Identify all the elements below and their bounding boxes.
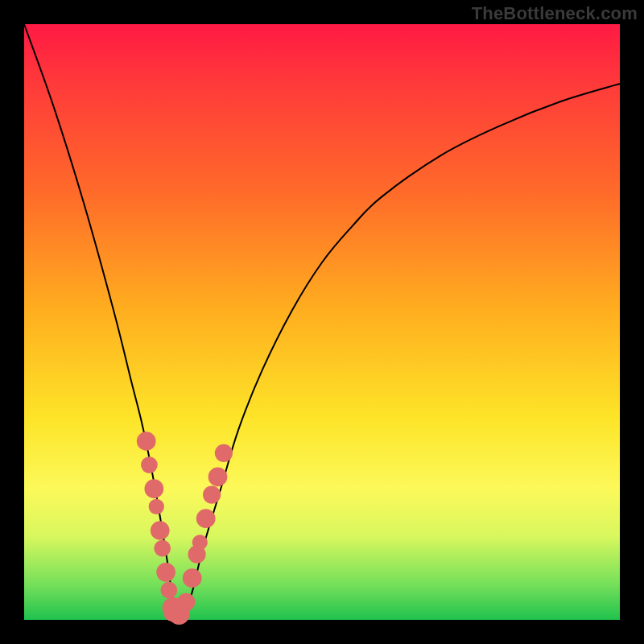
data-point xyxy=(215,444,233,462)
data-point xyxy=(196,509,216,528)
data-point xyxy=(203,486,221,504)
data-point xyxy=(137,431,156,451)
data-point xyxy=(177,593,195,611)
plot-area xyxy=(24,24,620,620)
chart-frame: TheBottleneck.com xyxy=(0,0,644,644)
valley-cluster xyxy=(164,608,188,622)
data-point xyxy=(156,563,175,582)
data-point xyxy=(151,521,170,540)
chart-dots xyxy=(137,431,233,625)
data-point xyxy=(160,582,177,599)
data-point xyxy=(192,535,208,550)
data-point xyxy=(141,456,158,473)
data-point xyxy=(208,468,228,487)
data-point xyxy=(144,479,163,498)
data-point xyxy=(154,540,171,557)
data-point xyxy=(149,499,164,514)
data-point xyxy=(183,568,202,588)
chart-svg xyxy=(24,24,620,620)
bottleneck-curve xyxy=(24,24,620,620)
watermark-text: TheBottleneck.com xyxy=(472,3,638,24)
